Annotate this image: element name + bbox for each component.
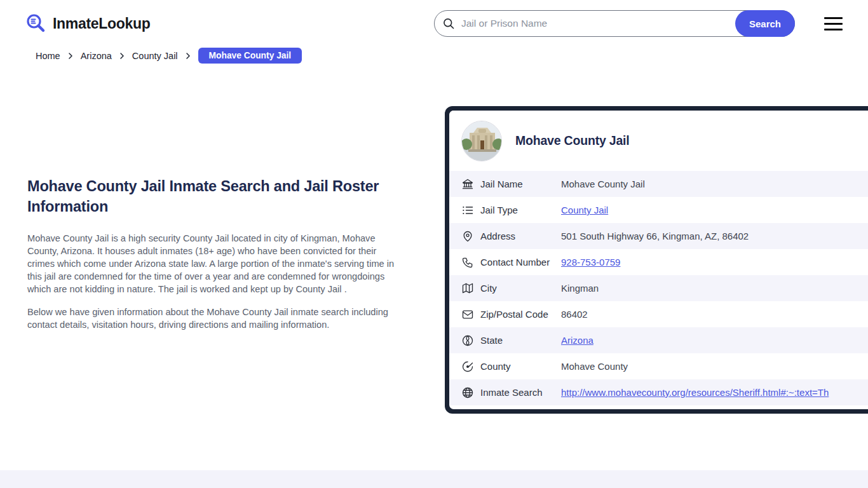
envelope-icon	[461, 308, 474, 321]
breadcrumb-arizona[interactable]: Arizona	[81, 51, 112, 61]
table-row: Zip/Postal Code 86402	[449, 301, 868, 327]
jail-info-card: Mohave County Jail Jail Name Mohave Coun…	[445, 106, 868, 414]
article-paragraph-2: Below we have given information about th…	[27, 306, 403, 331]
magnifier-logo-icon	[25, 13, 47, 34]
page-title: Mohave County Jail Inmate Search and Jai…	[27, 176, 396, 217]
menu-icon[interactable]	[824, 17, 843, 30]
row-label: Jail Name	[480, 179, 561, 189]
site-logo[interactable]: InmateLookup	[25, 13, 151, 34]
breadcrumb-current-badge: Mohave County Jail	[198, 48, 302, 64]
table-row: Jail Name Mohave County Jail	[449, 171, 868, 197]
table-row: State Arizona	[449, 327, 868, 353]
row-label: Address	[480, 231, 561, 241]
web-icon	[461, 386, 474, 399]
logo-text: InmateLookup	[53, 15, 151, 32]
row-label: State	[480, 335, 561, 346]
table-row: Address 501 South Highway 66, Kingman, A…	[449, 223, 868, 249]
row-value[interactable]: County Jail	[561, 205, 608, 215]
row-label: Jail Type	[480, 205, 561, 215]
row-value: Kingman	[561, 283, 599, 294]
jail-card-header: Mohave County Jail	[449, 111, 868, 171]
map-pin-icon	[461, 230, 474, 243]
chevron-right-icon	[67, 52, 74, 60]
chevron-right-icon	[118, 52, 126, 60]
table-row: Inmate Search http://www.mohavecounty.or…	[449, 379, 868, 405]
row-value: 86402	[561, 309, 588, 320]
row-label: Contact Number	[480, 257, 561, 268]
jail-card-title: Mohave County Jail	[515, 133, 630, 148]
page: InmateLookup Search Home Arizona County …	[0, 0, 868, 488]
jail-details-table: Jail Name Mohave County Jail Jail Type C…	[449, 171, 868, 405]
county-icon	[461, 360, 474, 373]
row-value: 501 South Highway 66, Kingman, AZ, 86402	[561, 231, 749, 241]
map-icon	[461, 282, 474, 295]
row-label: City	[480, 283, 561, 294]
breadcrumb: Home Arizona County Jail Mohave County J…	[36, 48, 302, 64]
row-label: County	[480, 361, 561, 372]
row-value[interactable]: http://www.mohavecounty.org/resources/Sh…	[561, 387, 829, 398]
row-value[interactable]: 928-753-0759	[561, 257, 620, 268]
row-label: Inmate Search	[480, 387, 561, 398]
row-value: Mohave County Jail	[561, 179, 645, 189]
table-row: Contact Number 928-753-0759	[449, 249, 868, 275]
list-icon	[461, 204, 474, 217]
jail-photo	[461, 121, 502, 161]
article-paragraph-1: Mohave County Jail is a high security Co…	[27, 232, 403, 295]
globe-icon	[461, 334, 474, 347]
breadcrumb-county-jail[interactable]: County Jail	[132, 51, 178, 61]
article: Mohave County Jail Inmate Search and Jai…	[27, 176, 403, 341]
search-button[interactable]: Search	[735, 10, 795, 37]
row-value: Mohave County	[561, 361, 628, 372]
row-label: Zip/Postal Code	[480, 309, 561, 320]
table-row: County Mohave County	[449, 353, 868, 379]
row-value[interactable]: Arizona	[561, 335, 593, 346]
table-row: City Kingman	[449, 275, 868, 301]
phone-icon	[461, 256, 474, 269]
chevron-right-icon	[184, 52, 192, 60]
search-bar: Search	[434, 10, 795, 37]
table-row: Jail Type County Jail	[449, 197, 868, 223]
bank-icon	[461, 178, 474, 191]
footer-strip	[0, 470, 868, 488]
breadcrumb-home[interactable]: Home	[36, 51, 60, 61]
